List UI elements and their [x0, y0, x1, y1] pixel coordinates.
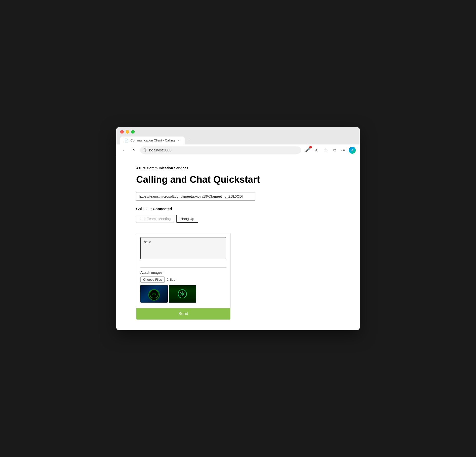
read-aloud-icon: 𝐀 [315, 148, 318, 152]
mic-icon: 🎤 [305, 148, 310, 152]
minimize-traffic-light[interactable] [126, 130, 129, 134]
more-button[interactable]: ••• [340, 147, 347, 154]
mic-button[interactable]: 🎤 ✕ [304, 147, 311, 154]
image-preview-1 [140, 285, 168, 303]
read-aloud-button[interactable]: 𝐀 [313, 147, 320, 154]
bookmark-icon: ☆ [324, 148, 327, 152]
split-view-button[interactable]: ⧉ [331, 147, 338, 154]
edge-logo-icon: e [351, 148, 353, 152]
maximize-traffic-light[interactable] [131, 130, 135, 134]
active-tab[interactable]: 📄 Communication Client - Calling × [120, 137, 185, 144]
azure-label: Azure Communication Services [136, 166, 340, 170]
tab-title: Communication Client - Calling [130, 138, 175, 142]
attach-section: Attach images: Choose Files 2 files [136, 271, 230, 308]
traffic-lights [120, 130, 356, 134]
refresh-button[interactable]: ↻ [130, 147, 137, 154]
meeting-url-input[interactable] [136, 192, 255, 201]
split-view-icon: ⧉ [333, 148, 336, 152]
file-row: Choose Files 2 files [140, 276, 226, 283]
hang-up-button[interactable]: Hang Up [176, 215, 198, 223]
choose-files-button[interactable]: Choose Files [140, 276, 165, 283]
new-tab-button[interactable]: + [185, 136, 193, 144]
call-state-value: Connected [153, 207, 172, 211]
close-traffic-light[interactable] [120, 130, 124, 134]
address-actions: 🎤 ✕ 𝐀 ☆ ⧉ ••• e [304, 147, 356, 154]
join-teams-meeting-button[interactable]: Join Teams Meeting [136, 215, 174, 223]
call-state-row: Call state Connected [136, 207, 340, 211]
file-count: 2 files [167, 278, 175, 281]
chat-panel: hello Attach images: Choose Files 2 file… [136, 233, 231, 320]
more-icon: ••• [341, 148, 346, 152]
info-icon: ⓘ [144, 148, 147, 152]
xbox-logo-icon [150, 289, 159, 298]
tab-page-icon: 📄 [124, 138, 128, 142]
tabs-row: 📄 Communication Client - Calling × + [120, 136, 356, 144]
bookmark-button[interactable]: ☆ [322, 147, 329, 154]
xbox-image-dark [140, 285, 168, 303]
edge-profile-button[interactable]: e [349, 147, 356, 154]
image-previews [140, 285, 226, 303]
image-preview-2 [169, 285, 196, 303]
mic-muted-indicator: ✕ [309, 146, 312, 148]
divider [140, 267, 226, 268]
send-button[interactable]: Send [136, 308, 230, 320]
browser-window: 📄 Communication Client - Calling × + ‹ ↻… [116, 127, 360, 330]
xbox-image-green [169, 285, 196, 303]
chat-message-area: hello [136, 233, 230, 264]
address-bar: ‹ ↻ ⓘ localhost:8080 🎤 ✕ 𝐀 ☆ ⧉ ••• [116, 144, 360, 156]
call-state-label: Call state [136, 207, 152, 211]
tab-close-button[interactable]: × [177, 138, 181, 142]
page-content: Azure Communication Services Calling and… [116, 156, 360, 330]
back-button[interactable]: ‹ [120, 147, 127, 154]
address-display[interactable]: localhost:8080 [149, 148, 298, 152]
page-title: Calling and Chat Quickstart [136, 174, 340, 185]
address-input-wrap[interactable]: ⓘ localhost:8080 [140, 146, 301, 154]
xbox-logo-icon-2 [178, 289, 187, 298]
message-input[interactable]: hello [140, 237, 226, 259]
attach-label: Attach images: [140, 271, 226, 274]
title-bar: 📄 Communication Client - Calling × + [116, 127, 360, 144]
buttons-row: Join Teams Meeting Hang Up [136, 215, 340, 223]
